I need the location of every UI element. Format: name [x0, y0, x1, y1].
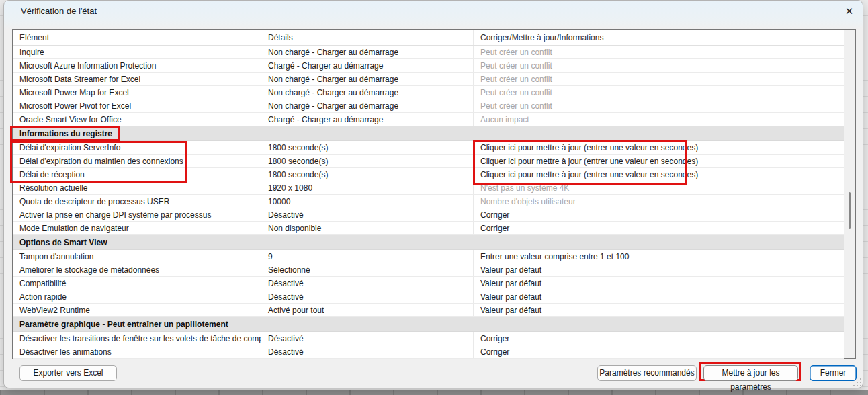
table-body: InquireNon chargé - Charger au démarrage… — [13, 46, 844, 359]
details-cell: Non disponible — [261, 222, 474, 234]
update-settings-button[interactable]: Mettre à jour les paramètres — [703, 365, 798, 381]
table-row: Microsoft Azure Information ProtectionCh… — [13, 59, 844, 73]
element-cell: Tampon d'annulation — [13, 250, 261, 263]
details-cell: 1800 seconde(s) — [261, 141, 474, 154]
element-cell: Action rapide — [13, 290, 261, 303]
details-cell: Non chargé - Charger au démarrage — [261, 73, 474, 85]
health-check-dialog: Vérification de l'état ✕ Elément Détails… — [3, 0, 863, 388]
table-row: Tampon d'annulation9Entrer une valeur co… — [13, 250, 844, 263]
recommended-settings-button[interactable]: Paramètres recommandés — [597, 365, 697, 381]
details-cell: Non chargé - Charger au démarrage — [261, 99, 474, 112]
details-cell: 10000 — [261, 195, 474, 208]
element-cell: Désactiver les transitions de fenêtre su… — [13, 332, 261, 345]
column-header-details: Détails — [261, 30, 474, 45]
details-cell: Désactivé — [261, 277, 474, 290]
element-cell: Résolution actuelle — [13, 181, 261, 194]
details-cell: Désactivé — [261, 332, 474, 345]
health-check-table: Elément Détails Corriger/Mettre à jour/I… — [12, 29, 856, 359]
action-cell[interactable]: Cliquer ici pour mettre à jour (entrer u… — [474, 168, 844, 181]
section-row: Options de Smart View — [13, 235, 844, 250]
element-cell: Quota de descripteur de processus USER — [13, 195, 261, 208]
details-cell: Sélectionné — [261, 263, 474, 276]
details-cell: Activé pour tout — [261, 304, 474, 316]
resize-grip-icon[interactable] — [857, 382, 858, 383]
action-cell[interactable]: Valeur par défaut — [474, 277, 844, 290]
action-cell[interactable]: Corriger — [474, 222, 844, 234]
table-row: CompatibilitéDésactivéValeur par défaut — [13, 277, 844, 290]
table-row: Quota de descripteur de processus USER10… — [13, 195, 844, 208]
element-cell: Microsoft Data Streamer for Excel — [13, 73, 261, 85]
action-cell: Peut créer un conflit — [474, 46, 844, 58]
dialog-title: Vérification de l'état — [21, 6, 97, 16]
details-cell: Non chargé - Charger au démarrage — [261, 46, 474, 58]
table-row: Mode Emulation de navigateurNon disponib… — [13, 222, 844, 235]
section-row: Informations du registre — [13, 126, 844, 141]
details-cell: Désactivé — [261, 208, 474, 221]
details-cell: Non chargé - Charger au démarrage — [261, 86, 474, 99]
close-icon[interactable]: ✕ — [841, 3, 857, 19]
section-label: Options de Smart View — [19, 238, 107, 247]
action-cell[interactable]: Valeur par défaut — [474, 263, 844, 276]
export-to-excel-button[interactable]: Exporter vers Excel — [19, 365, 117, 381]
action-cell[interactable]: Corriger — [474, 332, 844, 345]
action-cell: N'est pas un système 4K — [474, 181, 844, 194]
action-cell[interactable]: Cliquer ici pour mettre à jour (entrer u… — [474, 155, 844, 167]
action-cell: Nombre d'objets utilisateur — [474, 195, 844, 208]
vertical-scrollbar[interactable] — [844, 30, 855, 358]
element-cell: Mode Emulation de navigateur — [13, 222, 261, 234]
action-cell[interactable]: Corriger — [474, 345, 844, 358]
action-cell: Peut créer un conflit — [474, 86, 844, 99]
details-cell: Désactivé — [261, 290, 474, 303]
element-cell: Améliorer le stockage de métadonnées — [13, 263, 261, 276]
table-row: Délai d'expiration ServerInfo1800 second… — [13, 141, 844, 155]
table-row: Microsoft Data Streamer for ExcelNon cha… — [13, 73, 844, 86]
table-row: Résolution actuelle1920 x 1080N'est pas … — [13, 181, 844, 195]
table-header-row: Elément Détails Corriger/Mettre à jour/I… — [13, 30, 844, 46]
section-row: Paramètre graphique - Peut entraîner un … — [13, 317, 844, 332]
details-cell: 9 — [261, 250, 474, 263]
details-cell: Désactivé — [261, 345, 474, 358]
table-row: Activer la prise en charge DPI système p… — [13, 208, 844, 222]
element-cell: Délai d'expiration du maintien des conne… — [13, 155, 261, 167]
table-row: Délai d'expiration du maintien des conne… — [13, 155, 844, 168]
action-cell[interactable]: Valeur par défaut — [474, 290, 844, 303]
element-cell: Délai d'expiration ServerInfo — [13, 141, 261, 154]
action-cell: Peut créer un conflit — [474, 99, 844, 112]
action-cell[interactable]: Valeur par défaut — [474, 304, 844, 316]
table-row: Oracle Smart View for OfficeChargé - Cha… — [13, 113, 844, 126]
dialog-titlebar[interactable]: Vérification de l'état ✕ — [4, 1, 863, 22]
details-cell: Chargé - Charger au démarrage — [261, 59, 474, 72]
details-cell: 1800 seconde(s) — [261, 168, 474, 181]
column-header-element: Elément — [13, 30, 261, 45]
action-cell[interactable]: Corriger — [474, 208, 844, 221]
table-row: Microsoft Power Map for ExcelNon chargé … — [13, 86, 844, 99]
details-cell: 1920 x 1080 — [261, 181, 474, 194]
table-row: Délai de réception1800 seconde(s)Cliquer… — [13, 168, 844, 181]
details-cell: 1800 seconde(s) — [261, 155, 474, 167]
element-cell: Activer la prise en charge DPI système p… — [13, 208, 261, 221]
action-cell: Peut créer un conflit — [474, 59, 844, 72]
element-cell: Délai de réception — [13, 168, 261, 181]
action-cell: Peut créer un conflit — [474, 73, 844, 85]
action-cell[interactable]: Cliquer ici pour mettre à jour (entrer u… — [474, 141, 844, 154]
close-dialog-button[interactable]: Fermer — [810, 365, 857, 381]
column-header-action: Corriger/Mettre à jour/Informations — [474, 30, 844, 45]
table-row: WebView2 RuntimeActivé pour toutValeur p… — [13, 304, 844, 317]
table-row: InquireNon chargé - Charger au démarrage… — [13, 46, 844, 59]
table-row: Microsoft Power Pivot for ExcelNon charg… — [13, 99, 844, 113]
element-cell: Désactiver les animations — [13, 345, 261, 358]
section-label: Paramètre graphique - Peut entraîner un … — [19, 320, 228, 329]
element-cell: Oracle Smart View for Office — [13, 113, 261, 126]
table-row: Désactiver les transitions de fenêtre su… — [13, 332, 844, 345]
element-cell: Inquire — [13, 46, 261, 58]
table-row: Désactiver les animationsDésactivéCorrig… — [13, 345, 844, 359]
details-cell: Chargé - Charger au démarrage — [261, 113, 474, 126]
scrollbar-thumb[interactable] — [849, 192, 851, 229]
table-grid: Elément Détails Corriger/Mettre à jour/I… — [13, 30, 844, 358]
element-cell: Compatibilité — [13, 277, 261, 290]
element-cell: Microsoft Power Pivot for Excel — [13, 99, 261, 112]
table-row: Action rapideDésactivéValeur par défaut — [13, 290, 844, 304]
action-cell[interactable]: Entrer une valeur comprise entre 1 et 10… — [474, 250, 844, 263]
section-label: Informations du registre — [19, 129, 112, 138]
table-row: Améliorer le stockage de métadonnéesSéle… — [13, 263, 844, 277]
